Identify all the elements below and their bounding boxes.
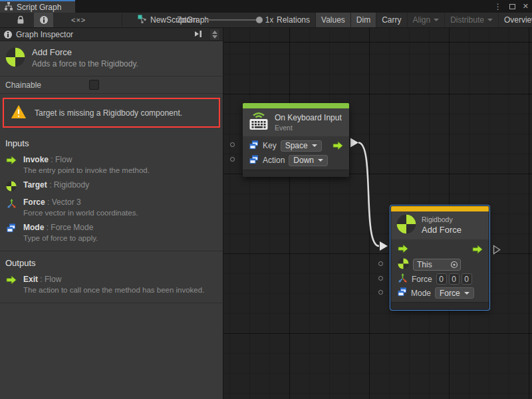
inputs-header: Inputs — [5, 138, 217, 148]
rigidbody-icon — [396, 214, 416, 236]
info-icon — [40, 16, 48, 24]
tab-bar: Script Graph ⋮ ✕ — [0, 0, 532, 13]
inspector-header: Graph Inspector — [0, 28, 223, 41]
action-node-warning-bar — [391, 206, 489, 211]
mode-row: Mode Force — [391, 286, 489, 300]
outputs-header: Outputs — [5, 258, 217, 268]
inputs-section: Inputs Invoke : Flow The entry point to … — [0, 132, 223, 251]
relations-button[interactable]: Relations — [271, 13, 316, 27]
object-picker-icon[interactable] — [450, 261, 458, 269]
event-node-body: Key Space Acti — [243, 136, 349, 170]
action-dropdown[interactable]: Down — [289, 155, 328, 166]
chevron-down-icon — [434, 19, 439, 21]
add-force-node[interactable]: Rigidbody Add Force — [391, 206, 489, 309]
action-node-body: This Force — [391, 239, 489, 302]
carry-button[interactable]: Carry — [376, 13, 407, 27]
action-node-supertitle: Rigidbody — [422, 215, 462, 223]
tab-title: Script Graph — [17, 3, 61, 12]
toolbar-separator — [269, 14, 270, 26]
input-port-row: Force : Vector 3 Force vector in world c… — [5, 198, 217, 217]
close-icon[interactable]: ✕ — [523, 3, 529, 10]
selected-node-info: Add Force Adds a force to the Rigidbody. — [0, 41, 223, 76]
key-row: Key Space — [243, 138, 349, 153]
flow-arrow-icon — [5, 275, 17, 285]
menu-icon[interactable]: ⋮ — [494, 3, 502, 11]
output-port-row: Exit : Flow The action to call once the … — [5, 275, 217, 294]
mode-dropdown[interactable]: Force — [435, 287, 474, 299]
graph-toolbar: <×> NewScriptGraph Zoom 1x Relations — [0, 13, 532, 28]
code-preview-icon[interactable]: <×> — [71, 13, 86, 27]
action-node-header: Rigidbody Add Force — [391, 211, 489, 239]
warning-text: Target is missing a Rigidbody component. — [35, 108, 182, 118]
vector3-icon — [398, 273, 408, 285]
key-label: Key — [263, 141, 277, 150]
zoom-control: Zoom 1x — [177, 13, 273, 27]
rigidbody-icon — [5, 47, 25, 69]
script-graph-window: Script Graph ⋮ ✕ <×> — [0, 0, 532, 399]
event-node-footer — [243, 170, 349, 177]
zoom-slider[interactable] — [204, 19, 261, 21]
target-input-port[interactable] — [378, 261, 383, 266]
event-flow-output-port[interactable] — [332, 141, 344, 150]
dock-panel-icon[interactable] — [194, 30, 203, 40]
force-y-field[interactable]: 0 — [449, 273, 460, 285]
rigidbody-icon — [5, 180, 17, 192]
on-keyboard-input-node[interactable]: On Keyboard Input Event Key Space — [243, 103, 349, 177]
input-port-row: Invoke : Flow The entry point to invoke … — [5, 155, 217, 174]
lock-icon[interactable] — [12, 13, 29, 27]
target-row: This — [391, 257, 489, 272]
input-port-row: Mode : Force Mode Type of force to apply… — [5, 223, 217, 242]
toolbar-separator — [122, 14, 122, 26]
action-node-title: Add Force — [422, 225, 462, 235]
mode-input-port[interactable] — [378, 290, 383, 295]
align-dropdown[interactable]: Align — [408, 13, 446, 27]
flow-output-port[interactable] — [472, 245, 483, 254]
flow-input-port[interactable] — [398, 244, 409, 255]
chainable-checkbox[interactable] — [89, 80, 99, 90]
info-icon — [4, 31, 12, 39]
maximize-icon[interactable] — [509, 4, 515, 9]
graph-canvas[interactable]: On Keyboard Input Event Key Space — [223, 28, 532, 399]
info-toggle-button[interactable] — [34, 13, 53, 27]
zoom-slider-handle[interactable] — [256, 17, 263, 23]
enum-icon — [249, 140, 259, 152]
target-object-field[interactable]: This — [413, 259, 461, 271]
enum-icon — [249, 155, 259, 166]
mode-label: Mode — [411, 289, 431, 298]
force-z-field[interactable]: 0 — [462, 273, 472, 285]
panel-carousel-spinner[interactable] — [209, 29, 220, 41]
chevron-down-icon[interactable] — [212, 35, 217, 39]
vector3-icon — [5, 198, 17, 209]
distribute-dropdown[interactable]: Distribute — [445, 13, 499, 27]
force-input-port[interactable] — [378, 276, 383, 281]
toolbar-buttons: Relations Values Dim Carry Align Distrib… — [271, 13, 532, 27]
tab-script-graph[interactable]: Script Graph — [0, 0, 75, 13]
action-input-port[interactable] — [230, 157, 235, 162]
inspector-node-title: Add Force — [32, 47, 138, 57]
rigidbody-icon — [398, 258, 409, 271]
chevron-down-icon — [487, 19, 493, 21]
key-dropdown[interactable]: Space — [281, 140, 322, 152]
chevron-down-icon — [318, 159, 323, 162]
action-node-footer — [391, 302, 489, 309]
flow-row — [391, 241, 489, 257]
outputs-section: Outputs Exit : Flow The action to call o… — [0, 251, 223, 303]
enum-icon — [398, 287, 407, 299]
force-x-field[interactable]: 0 — [436, 273, 447, 285]
inspector-node-description: Adds a force to the Rigidbody. — [32, 59, 138, 68]
chainable-row: Chainable — [0, 76, 223, 94]
event-node-header: On Keyboard Input Event — [243, 108, 349, 136]
force-row: Force 0 0 0 — [391, 272, 489, 286]
event-node-subtitle: Event — [275, 124, 342, 132]
chevron-down-icon — [312, 144, 317, 147]
key-input-port[interactable] — [230, 142, 235, 147]
values-button[interactable]: Values — [316, 13, 351, 27]
overview-button[interactable]: Overview — [499, 13, 532, 27]
chevron-up-icon[interactable] — [212, 31, 217, 34]
force-vector-fields: 0 0 0 — [436, 273, 472, 285]
force-label: Force — [412, 275, 432, 284]
dim-button[interactable]: Dim — [351, 13, 376, 27]
chainable-label: Chainable — [5, 80, 41, 90]
zoom-label: Zoom — [177, 15, 198, 25]
keyboard-icon — [248, 111, 269, 133]
